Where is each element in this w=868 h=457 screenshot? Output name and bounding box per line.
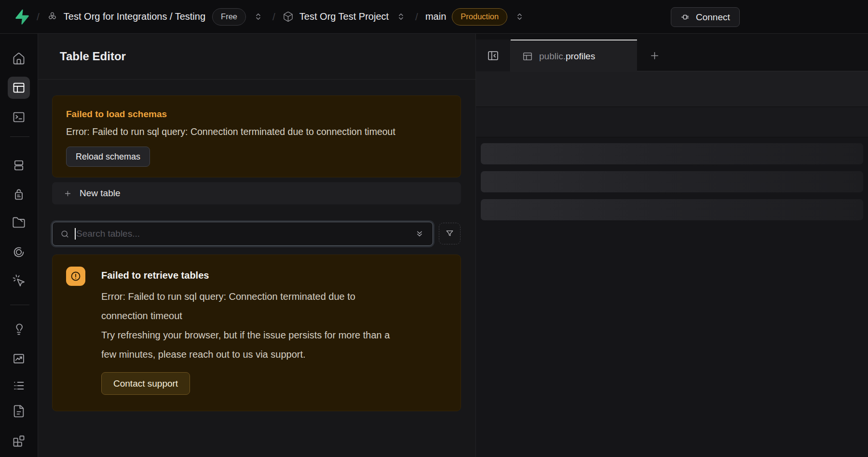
skeleton-row <box>481 143 863 164</box>
edge-functions-orbit-icon <box>12 245 26 259</box>
chevrons-down-icon <box>415 229 424 239</box>
tab-schema: public. <box>539 51 566 61</box>
search-tables-field[interactable] <box>52 222 433 246</box>
sidebar-item-database[interactable] <box>8 154 30 176</box>
sidebar-item-realtime[interactable] <box>8 269 30 292</box>
sidebar-item-storage[interactable] <box>8 212 30 234</box>
breadcrumb-org[interactable]: Test Org for Integrations / Testing Free <box>47 8 246 26</box>
breadcrumb-branch[interactable]: main Production <box>425 8 507 26</box>
search-icon <box>60 229 69 239</box>
database-icon <box>12 159 26 172</box>
table-grid-panel: public.profiles <box>475 34 868 457</box>
expand-schemas-button[interactable] <box>413 228 426 240</box>
storage-folder-icon <box>12 216 26 229</box>
sidebar-item-home[interactable] <box>8 48 30 70</box>
grid-loading-area <box>476 137 868 457</box>
chevrons-up-down-icon <box>254 13 262 21</box>
new-tab-button[interactable] <box>643 40 666 71</box>
collapse-zone <box>476 40 511 71</box>
reload-schemas-button[interactable]: Reload schemas <box>66 147 150 167</box>
plan-badge: Free <box>212 8 246 26</box>
home-icon <box>12 52 26 66</box>
sql-editor-icon <box>12 110 26 124</box>
tables-error-title: Failed to retrieve tables <box>101 270 391 281</box>
alert-icon <box>66 267 85 286</box>
supabase-logo-icon <box>13 9 29 25</box>
grid-toolbar <box>476 71 868 107</box>
sidebar-item-integrations[interactable] <box>8 430 30 452</box>
tables-error-content: Failed to retrieve tables Error: Failed … <box>101 267 391 399</box>
tab-table-name: profiles <box>566 51 595 61</box>
tab-bar: public.profiles <box>476 34 868 71</box>
sidebar-item-api-docs[interactable] <box>8 400 30 422</box>
environment-badge: Production <box>452 8 507 26</box>
breadcrumb-separator: / <box>415 11 418 23</box>
breadcrumb-separator: / <box>37 11 40 23</box>
tab-public-profiles[interactable]: public.profiles <box>511 40 637 72</box>
contact-support-button[interactable]: Contact support <box>101 372 190 395</box>
integrations-blocks-icon <box>12 434 26 448</box>
search-tables-input[interactable] <box>76 228 413 239</box>
api-docs-file-icon <box>12 404 26 418</box>
panel-left-close-icon <box>487 49 500 62</box>
schema-error-title: Failed to load schemas <box>66 109 447 120</box>
skeleton-row <box>481 171 863 192</box>
nav-rail <box>0 34 38 457</box>
plus-icon <box>649 50 660 61</box>
grid-header-row <box>476 107 868 137</box>
branch-switcher-button[interactable] <box>512 10 527 24</box>
org-name: Test Org for Integrations / Testing <box>64 11 205 22</box>
collapse-sidebar-button[interactable] <box>485 47 502 64</box>
breadcrumb-separator: / <box>272 11 275 23</box>
sidebar-item-edge-functions[interactable] <box>8 241 30 263</box>
reports-chart-icon <box>12 352 26 365</box>
tables-error-alert: Failed to retrieve tables Error: Failed … <box>52 255 461 411</box>
connect-label: Connect <box>696 12 730 23</box>
supabase-logo[interactable] <box>13 9 29 25</box>
chevrons-up-down-icon <box>397 13 405 21</box>
sidebar-item-advisors[interactable] <box>8 318 30 340</box>
branch-name: main <box>425 11 446 22</box>
chevrons-up-down-icon <box>515 13 524 21</box>
project-cube-icon <box>283 11 294 22</box>
rail-divider <box>10 136 29 137</box>
plug-icon <box>680 12 691 22</box>
table-icon <box>522 51 533 62</box>
plus-icon <box>64 189 72 198</box>
sidebar-item-sql-editor[interactable] <box>8 106 30 128</box>
advisors-lightbulb-icon <box>12 323 26 336</box>
rail-divider <box>10 305 29 305</box>
org-switcher-button[interactable] <box>251 10 265 24</box>
filter-tables-button[interactable] <box>439 223 461 244</box>
new-table-label: New table <box>80 188 121 199</box>
new-table-button[interactable]: New table <box>52 182 461 204</box>
tables-error-message: Error: Failed to run sql query: Connecti… <box>101 287 391 325</box>
project-switcher-button[interactable] <box>393 10 408 24</box>
sidebar-item-logs[interactable] <box>8 375 30 397</box>
sidebar-item-table-editor[interactable] <box>8 77 30 99</box>
app-header: / Test Org for Integrations / Testing Fr… <box>0 0 868 34</box>
tables-error-hint: Try refreshing your browser, but if the … <box>101 325 391 364</box>
breadcrumb-project[interactable]: Test Org Test Project <box>283 11 389 22</box>
sidebar-item-auth[interactable] <box>8 184 30 206</box>
table-editor-header: Table Editor <box>38 34 475 80</box>
table-editor-icon <box>12 81 26 94</box>
skeleton-row <box>481 199 863 220</box>
filter-funnel-icon <box>445 229 454 238</box>
schema-error-alert: Failed to load schemas Error: Failed to … <box>52 95 461 177</box>
connect-button[interactable]: Connect <box>671 7 740 27</box>
sidebar-item-reports[interactable] <box>8 348 30 370</box>
page-title: Table Editor <box>60 50 126 63</box>
logs-list-icon <box>12 379 26 392</box>
project-name: Test Org Test Project <box>299 11 389 22</box>
alert-circle-icon <box>70 270 81 282</box>
realtime-cursor-icon <box>12 274 26 287</box>
schema-error-message: Error: Failed to run sql query: Connecti… <box>66 126 447 137</box>
table-editor-panel: Table Editor Failed to load schemas Erro… <box>38 34 475 457</box>
organization-icon <box>47 11 58 22</box>
auth-lock-icon <box>12 188 26 202</box>
